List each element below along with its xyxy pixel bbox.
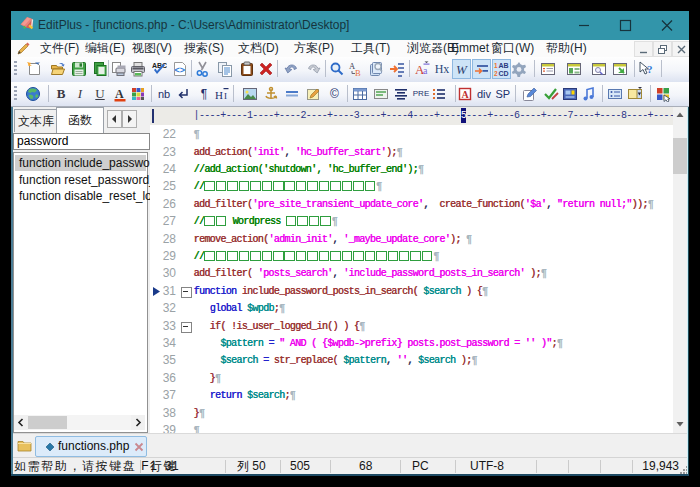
svg-text:W: W — [456, 62, 468, 77]
svg-text:2: 2 — [494, 70, 498, 77]
svg-text:B: B — [355, 68, 361, 77]
svg-text:H: H — [215, 89, 223, 101]
svg-text:A: A — [462, 89, 470, 100]
svg-text:CD: CD — [499, 70, 509, 77]
svg-text:a: a — [423, 65, 428, 76]
svg-text:?: ? — [647, 63, 653, 75]
svg-text:I: I — [224, 91, 227, 101]
svg-text:A: A — [115, 87, 124, 101]
svg-text:ABC: ABC — [152, 62, 167, 69]
svg-text:<>: <> — [174, 65, 185, 75]
svg-text:AB: AB — [499, 62, 509, 69]
svg-text:1: 1 — [494, 62, 498, 69]
